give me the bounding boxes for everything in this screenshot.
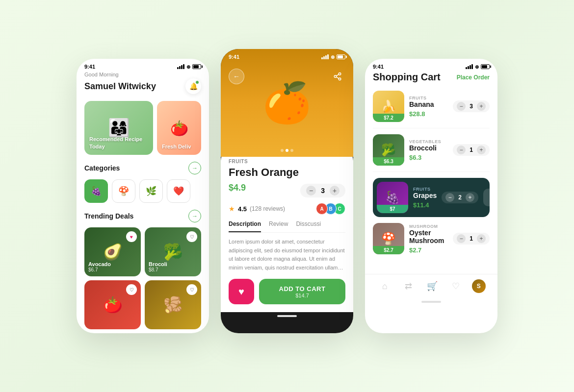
grapes-qty-increase[interactable]: + — [466, 193, 474, 202]
grapes-name: Grapes — [413, 192, 437, 199]
rating-row: ★ 4.5 (128 reviews) A B C — [229, 203, 345, 215]
category-mushroom-btn[interactable]: 🍄 — [112, 179, 135, 203]
nav-profile-button[interactable]: S — [472, 279, 486, 293]
banner-recipe-label: Recomended Recipe Today — [89, 136, 153, 150]
broccoli-info: VEGETABLES Broccoli $6.3 — [409, 139, 448, 161]
avocado-favorite[interactable]: ♥ — [126, 231, 137, 242]
favorite-button[interactable]: ♥ — [229, 279, 254, 304]
banana-qty-increase[interactable]: + — [477, 102, 486, 111]
qty-increase-button[interactable]: + — [330, 186, 339, 196]
sb4 — [471, 64, 473, 69]
signal-bar-1 — [177, 67, 179, 69]
rating-value: 4.5 — [238, 205, 247, 213]
review-count: (128 reviews) — [250, 205, 285, 212]
banner-recipe[interactable]: 👨‍👩‍👧 Recomended Recipe Today — [84, 101, 153, 155]
nav-home-button[interactable]: ⌂ — [377, 278, 392, 294]
mushroom-category: MUSHROOM — [409, 224, 448, 229]
category-heart-btn[interactable]: ❤️ — [167, 179, 190, 203]
add-to-cart-button[interactable]: ADD TO CART $14.7 — [259, 279, 345, 304]
misc-favorite[interactable]: ♡ — [186, 284, 197, 295]
category-fruits-btn[interactable]: 🍇 — [84, 179, 108, 203]
grapes-price-badge: $7 — [377, 205, 408, 213]
star-icon: ★ — [229, 205, 235, 213]
svg-line-3 — [336, 77, 339, 78]
battery-fill-3 — [482, 65, 487, 68]
nav-exchange-button[interactable]: ⇄ — [401, 278, 417, 294]
tab-description[interactable]: Description — [229, 220, 261, 232]
mushroom-price: $2.7 — [409, 246, 448, 254]
notification-bell[interactable]: 🔔 — [185, 78, 201, 94]
signal-bars-2 — [321, 54, 329, 59]
broccoli-qty-increase[interactable]: + — [477, 146, 486, 154]
heart-icon-avocado: ♥ — [130, 234, 133, 240]
categories-more-button[interactable]: → — [188, 162, 201, 174]
back-button[interactable]: ← — [229, 69, 244, 84]
screen-cart: 9:41 ⊛ Shopping Cart Place Order — [365, 59, 497, 333]
nav-favorite-button[interactable]: ♡ — [448, 278, 464, 294]
heart-icon-tomato: ♡ — [130, 287, 134, 293]
sb3 — [470, 65, 471, 69]
broccoli-favorite[interactable]: ♡ — [186, 231, 197, 242]
sb2 — [468, 66, 469, 69]
user-name: Samuel Witwicky — [84, 81, 156, 92]
s1 — [321, 57, 323, 59]
share-button[interactable] — [330, 69, 345, 84]
banana-price-badge: $7.2 — [373, 114, 404, 122]
product-description: Lorem ipsum dolor sit amet, consectetur … — [229, 238, 345, 272]
signal-bars-3 — [466, 64, 473, 69]
signal-bars-1 — [177, 64, 184, 69]
mushroom-qty-decrease[interactable]: − — [457, 234, 466, 243]
cart-title: Shopping Cart — [373, 72, 441, 83]
grapes-delete-button[interactable]: 🗑 — [483, 189, 497, 206]
reviewer-1: A — [316, 203, 328, 215]
svg-point-0 — [339, 73, 341, 75]
dot-1 — [281, 149, 284, 152]
product-hero-image: 🍊 — [262, 80, 312, 126]
user-name-row: Samuel Witwicky 🔔 — [84, 78, 201, 94]
banana-qty-decrease[interactable]: − — [457, 102, 466, 111]
tab-review[interactable]: Review — [269, 220, 288, 232]
s2 — [323, 56, 325, 59]
qty-decrease-button[interactable]: − — [306, 186, 316, 196]
trending-title: Trending Deals — [84, 212, 133, 220]
grapes-qty-decrease[interactable]: − — [445, 193, 454, 202]
mushroom-qty-control: − 1 + — [453, 233, 490, 245]
trend-card-misc[interactable]: 🫚 ♡ — [145, 280, 201, 329]
action-row: ♥ ADD TO CART $14.7 — [229, 279, 345, 304]
add-to-cart-label: ADD TO CART — [279, 285, 326, 293]
broccoli-qty-decrease[interactable]: − — [457, 146, 466, 154]
tomato-favorite[interactable]: ♡ — [126, 284, 137, 295]
mushroom-info: MUSHROOM Oyster Mushroom $2.7 — [409, 224, 448, 254]
cart-item-mushroom: 🍄 $2.7 MUSHROOM Oyster Mushroom $2.7 − 1… — [373, 223, 490, 260]
trending-more-button[interactable]: → — [188, 210, 201, 222]
product-detail-panel: FRUITS Fresh Orange $4.9 − 3 + ★ 4.5 (12… — [221, 149, 353, 312]
signal-bar-4 — [183, 64, 184, 69]
banana-qty: 3 — [470, 103, 473, 110]
status-bar-1: 9:41 ⊛ — [77, 59, 209, 72]
battery-fill-1 — [193, 65, 199, 68]
mushroom-qty-increase[interactable]: + — [477, 234, 486, 243]
add-to-cart-price: $14.7 — [295, 293, 309, 298]
grapes-info: FRUITS Grapes $11.4 — [413, 187, 437, 209]
categories-header: Categories → — [84, 162, 201, 174]
grapes-qty-control: − 2 + — [442, 192, 478, 203]
carousel-dots — [281, 149, 293, 152]
s4 — [327, 54, 329, 59]
trend-card-avocado[interactable]: 🥑 ♥ Avocado $6.7 — [84, 227, 141, 276]
trend-card-tomato[interactable]: 🍅 ♡ — [84, 280, 141, 329]
broccoli-price-badge: $6.3 — [373, 157, 404, 166]
home-content: Good Morning Samuel Witwicky 🔔 👨‍👩‍👧 Rec… — [77, 72, 209, 333]
battery-icon-1 — [192, 64, 201, 69]
status-icons-3: ⊛ — [466, 64, 490, 70]
category-veggie-btn[interactable]: 🌿 — [139, 179, 163, 203]
tab-discussion[interactable]: Disscussi — [296, 220, 321, 232]
mushroom-price-badge: $2.7 — [373, 246, 404, 254]
signal-bar-2 — [179, 66, 181, 69]
banner-delivery[interactable]: 🍅 Fresh Deliv — [157, 101, 201, 155]
nav-cart-button[interactable]: 🛒 — [424, 278, 440, 294]
categories-row: 🍇 🍄 🌿 ❤️ — [84, 179, 201, 203]
banana-info: FRUITS Banana $28.8 — [409, 96, 448, 118]
place-order-button[interactable]: Place Order — [457, 74, 490, 81]
wifi-icon-3: ⊛ — [475, 64, 479, 70]
trend-card-broccoli[interactable]: 🥦 ♡ Brocoli $8.7 — [145, 227, 201, 276]
